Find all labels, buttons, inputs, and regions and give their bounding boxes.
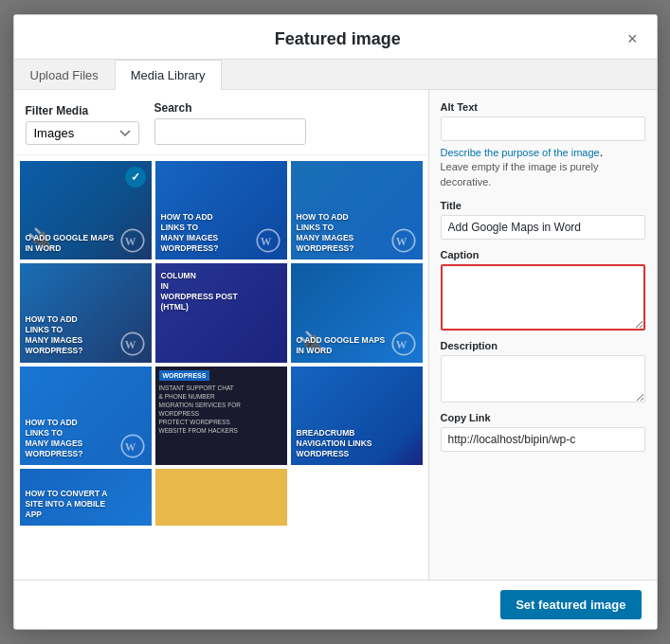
title-input[interactable] (441, 215, 645, 240)
caption-field: Caption (441, 249, 645, 331)
close-button[interactable]: × (624, 28, 642, 49)
media-item-2[interactable]: HOW TO ADDLINKS TOMANY IMAGESWORDPRESS? … (155, 161, 287, 259)
description-textarea[interactable] (441, 355, 645, 402)
filter-search-bar: Filter Media Images Audio Video Document… (14, 90, 428, 155)
media-grid: 🔌 o Add Google Maps in Word W ✓ (20, 161, 423, 526)
cell-text-7: HOW TO ADDLINKS TOMANY IMAGESWORDPRESS? (26, 418, 83, 459)
tab-upload[interactable]: Upload Files (14, 60, 115, 90)
cell-text-4: HOW TO ADDLINKS TOMANY IMAGESWORDPRESS? (26, 314, 83, 356)
media-item-6[interactable]: 🔌 o Add Google Maps in Word W (291, 263, 423, 362)
sidebar: Alt Text Describe the purpose of the ima… (429, 90, 657, 580)
alt-text-field: Alt Text Describe the purpose of the ima… (441, 101, 645, 190)
modal-body: Filter Media Images Audio Video Document… (14, 90, 657, 580)
modal: Featured image × Upload Files Media Libr… (13, 14, 658, 630)
alt-text-note: Leave empty if the image is purely decor… (441, 161, 599, 188)
media-item-10[interactable]: HOW TO CONVERT ASITE INTO A MOBILE APP (20, 469, 152, 526)
caption-label: Caption (441, 249, 645, 260)
svg-text:W: W (260, 236, 271, 248)
svg-text:W: W (395, 236, 407, 248)
cell-text-1: o Add Google Maps in Word (26, 233, 122, 254)
filter-group: Filter Media Images Audio Video Document… (26, 104, 139, 145)
caption-textarea[interactable] (441, 264, 645, 331)
wp-logo-4: W (119, 331, 146, 357)
alt-text-link[interactable]: Describe the purpose of the image (441, 147, 600, 158)
alt-text-description: Describe the purpose of the image. Leave… (441, 145, 645, 190)
filter-label: Filter Media (26, 104, 139, 117)
cell-text-3: HOW TO ADDLINKS TOMANY IMAGESWORDPRESS? (297, 212, 354, 254)
tabs-bar: Upload Files Media Library (14, 60, 657, 90)
media-item-7[interactable]: HOW TO ADDLINKS TOMANY IMAGESWORDPRESS? … (20, 367, 152, 465)
copy-link-label: Copy Link (441, 412, 645, 423)
media-item-5[interactable]: COLUMNINWORDPRESS POST(HTML) (155, 263, 287, 362)
media-item-8[interactable]: WORDPRESS INSTANT SUPPORT CHAT& PHONE NU… (155, 367, 287, 465)
title-field: Title (441, 200, 645, 240)
copy-link-input[interactable] (441, 427, 645, 452)
wp-logo-7: W (119, 433, 146, 459)
cell-text-2: HOW TO ADDLINKS TOMANY IMAGESWORDPRESS? (161, 212, 219, 254)
cell-text-5: COLUMNINWORDPRESS POST(HTML) (161, 271, 238, 313)
copy-link-field: Copy Link (441, 412, 645, 452)
alt-text-label: Alt Text (441, 101, 645, 113)
tab-media-library[interactable]: Media Library (115, 60, 222, 90)
media-item-3[interactable]: HOW TO ADDLINKS TOMANY IMAGESWORDPRESS? … (291, 161, 423, 259)
svg-text:W: W (395, 338, 407, 350)
wp-logo-6: W (390, 331, 417, 357)
set-featured-image-button[interactable]: Set featured image (500, 590, 641, 619)
wp-logo-3: W (390, 227, 417, 254)
modal-overlay: Featured image × Upload Files Media Libr… (0, 0, 670, 644)
wp-logo-1: W (119, 227, 146, 254)
media-item-9[interactable]: BREADCRUMBNAVIGATION LINKSWORDPRESS (291, 367, 423, 465)
svg-text:W: W (124, 440, 136, 453)
description-field: Description (441, 340, 645, 402)
filter-media-select[interactable]: Images Audio Video Documents (26, 121, 139, 145)
search-input[interactable] (154, 118, 306, 145)
svg-text:W: W (124, 338, 136, 350)
alt-text-input[interactable] (441, 116, 645, 141)
cell-text-10: HOW TO CONVERT ASITE INTO A MOBILE APP (26, 489, 122, 520)
check-mark-1: ✓ (125, 167, 146, 188)
modal-header: Featured image × (14, 15, 657, 60)
modal-title: Featured image (52, 29, 624, 49)
media-item-11[interactable] (155, 469, 287, 526)
media-item-4[interactable]: HOW TO ADDLINKS TOMANY IMAGESWORDPRESS? … (20, 263, 152, 362)
media-grid-scroll[interactable]: 🔌 o Add Google Maps in Word W ✓ (14, 155, 428, 580)
modal-footer: Set featured image (14, 580, 657, 629)
alt-text-period: . (600, 145, 604, 159)
svg-text:W: W (124, 236, 136, 248)
media-item-1[interactable]: 🔌 o Add Google Maps in Word W ✓ (20, 161, 152, 259)
search-label: Search (154, 101, 306, 115)
cell-text-9: BREADCRUMBNAVIGATION LINKSWORDPRESS (297, 428, 372, 459)
title-label: Title (441, 200, 645, 211)
cell-text-6: o Add Google Maps in Word (297, 335, 393, 356)
search-group: Search (154, 101, 306, 145)
media-grid-area: Filter Media Images Audio Video Document… (14, 90, 429, 580)
wp-logo-2: W (255, 227, 281, 254)
description-label: Description (441, 340, 645, 351)
